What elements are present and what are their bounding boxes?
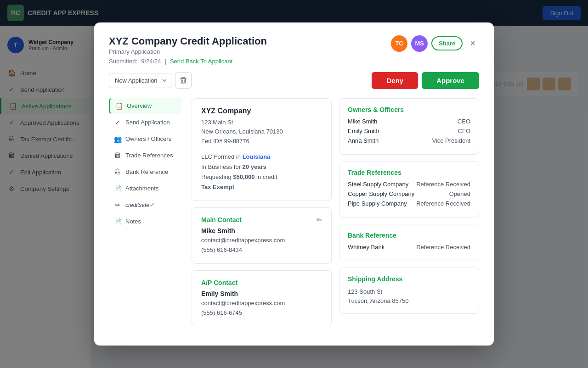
send-back-link[interactable]: Send Back To Applicant (170, 58, 232, 65)
nav-item-notes[interactable]: 📄 Notes (109, 214, 182, 229)
owners-title: Owners & Officers (348, 106, 470, 113)
toolbar-left: New Application In Review Approved Denie… (109, 72, 192, 89)
modal-header-left: XYZ Company Credit Application Primary A… (109, 35, 267, 55)
credit-amount: $50,000 (233, 173, 254, 180)
requesting-line: Requesting $50,000 in credit (201, 172, 322, 182)
trade-ref-status-2: Opened (449, 190, 470, 197)
bank-ref-title: Bank Reference (348, 232, 470, 239)
bank-ref-row: Whitney Bank Reference Received (348, 244, 470, 251)
main-contact-info: contact@creditappexpress.com (555) 616-8… (201, 236, 322, 255)
owners-section: Owners & Officers Mike Smith CEO Emily S… (339, 98, 479, 155)
address-line2: New Orleans, Louisiana 70130 (201, 127, 322, 137)
in-business-line: In Business for 20 years (201, 162, 322, 172)
owner-row-3: Anna Smith Vice President (348, 137, 470, 144)
nav-label-trade: Trade References (125, 152, 173, 159)
submitted-date: 9/24/24 (141, 58, 161, 65)
trade-ref-section: Trade References Steel Supply Company Re… (339, 161, 479, 217)
nav-label-notes: Notes (125, 218, 141, 225)
formed-line: LLC Formed in Louisiana (201, 152, 322, 162)
ap-contact-title: A/P Contact (201, 279, 322, 286)
approve-button[interactable]: Approve (422, 72, 479, 89)
main-contact-header: Main Contact ✏ (201, 216, 322, 223)
nav-item-owners[interactable]: 👥 Owners / Officers (109, 131, 182, 147)
nav-label-bank: Bank Reference (125, 168, 168, 175)
shipping-section: Shipping Address 123 South St Tucson, Ar… (339, 268, 479, 314)
ap-contact-info: contact@creditappexpress.com (555) 616-6… (201, 299, 322, 318)
nav-label-company-info: Send Application (125, 119, 170, 126)
modal-title: XYZ Company Credit Application (109, 35, 267, 47)
nav-label-overview: Overview (127, 102, 152, 109)
nav-item-trade[interactable]: 🏛 Trade References (109, 148, 182, 163)
modal-subtitle: Primary Application (109, 48, 267, 55)
submitted-label: Submitted: (109, 58, 137, 65)
main-contact-card: Main Contact ✏ Mike Smith contact@credit… (192, 207, 332, 264)
address-line1: 123 Main St (201, 118, 322, 128)
modal-toolbar: New Application In Review Approved Denie… (109, 72, 479, 89)
modal-body: 📋 Overview ✓ Send Application 👥 Owners /… (109, 98, 479, 333)
left-panel: XYZ Company 123 Main St New Orleans, Lou… (192, 98, 332, 333)
trade-ref-row-1: Steel Supply Company Reference Received (348, 181, 470, 188)
nav-item-company-info[interactable]: ✓ Send Application (109, 115, 182, 130)
owner-name-1: Mike Smith (348, 118, 377, 125)
main-contact-name: Mike Smith (201, 227, 322, 234)
nav-item-bank[interactable]: 🏛 Bank Reference (109, 164, 182, 180)
modal-header-right: TC MS Share × (391, 35, 479, 52)
ap-contact-email: contact@creditappexpress.com (201, 299, 322, 308)
fed-id: Fed ID# 99-88776 (201, 137, 322, 146)
overview-icon: 📋 (115, 102, 123, 110)
tax-exempt-line: Tax Exempt (201, 182, 322, 192)
nav-label-owners: Owners / Officers (125, 135, 171, 142)
company-address: 123 Main St New Orleans, Louisiana 70130… (201, 118, 322, 146)
shipping-line1: 123 South St (348, 287, 470, 297)
trash-icon (180, 77, 187, 84)
tax-exempt: Tax Exempt (201, 184, 234, 190)
trade-ref-status-3: Reference Received (416, 200, 470, 207)
trade-ref-company-1: Steel Supply Company (348, 181, 408, 188)
deny-button[interactable]: Deny (372, 72, 418, 89)
nav-label-creditsafe: creditsafe✓ (125, 202, 154, 208)
company-name-large: XYZ Company (201, 107, 322, 115)
share-button[interactable]: Share (431, 36, 463, 50)
bank-name: Whitney Bank (348, 244, 384, 251)
trade-ref-company-3: Pipe Supply Company (348, 200, 407, 207)
modal-meta: Submitted: 9/24/24 | Send Back To Applic… (109, 58, 479, 65)
nav-item-overview[interactable]: 📋 Overview (109, 98, 182, 114)
trade-ref-company-2: Copper Supply Company (348, 190, 414, 197)
main-contact-phone: (555) 616-8434 (201, 245, 322, 255)
owners-icon: 👥 (113, 135, 122, 143)
ap-contact-name: Emily Smith (201, 290, 322, 297)
business-years: 20 years (243, 163, 266, 170)
main-contact-edit-icon[interactable]: ✏ (317, 216, 322, 223)
trade-ref-row-3: Pipe Supply Company Reference Received (348, 200, 470, 207)
shipping-line2: Tucson, Arizona 85750 (348, 296, 470, 306)
trash-button[interactable] (175, 72, 192, 89)
avatar-tc: TC (391, 35, 407, 52)
modal: XYZ Company Credit Application Primary A… (94, 22, 494, 346)
shipping-address: 123 South St Tucson, Arizona 85750 (348, 287, 470, 307)
owner-row-1: Mike Smith CEO (348, 118, 470, 125)
nav-item-attachments[interactable]: 📄 Attachments (109, 181, 182, 196)
bank-ref-section: Bank Reference Whitney Bank Reference Re… (339, 224, 479, 261)
company-formed: LLC Formed in Louisiana In Business for … (201, 152, 322, 192)
close-button[interactable]: × (466, 36, 479, 50)
avatar-ms: MS (411, 35, 428, 52)
modal-nav: 📋 Overview ✓ Send Application 👥 Owners /… (109, 98, 182, 333)
status-select[interactable]: New Application In Review Approved Denie… (109, 73, 171, 88)
trade-ref-row-2: Copper Supply Company Opened (348, 190, 470, 197)
modal-overlay: XYZ Company Credit Application Primary A… (0, 0, 588, 368)
notes-icon: 📄 (113, 218, 122, 225)
owner-row-2: Emily Smith CFO (348, 128, 470, 134)
main-contact-title: Main Contact (201, 216, 242, 223)
modal-content-area: XYZ Company 123 Main St New Orleans, Lou… (192, 98, 479, 333)
nav-item-creditsafe[interactable]: ✏ creditsafe✓ (109, 197, 182, 213)
trade-icon: 🏛 (113, 152, 122, 159)
ap-contact-phone: (555) 616-6745 (201, 308, 322, 318)
nav-label-attachments: Attachments (125, 185, 158, 192)
ap-contact-card: A/P Contact Emily Smith contact@creditap… (192, 270, 332, 327)
owner-title-2: CFO (458, 128, 470, 134)
formed-state: Louisiana (243, 153, 271, 160)
main-contact-email: contact@creditappexpress.com (201, 236, 322, 245)
modal-header: XYZ Company Credit Application Primary A… (109, 35, 479, 55)
bank-status: Reference Received (416, 244, 470, 251)
owner-name-3: Anna Smith (348, 137, 379, 144)
